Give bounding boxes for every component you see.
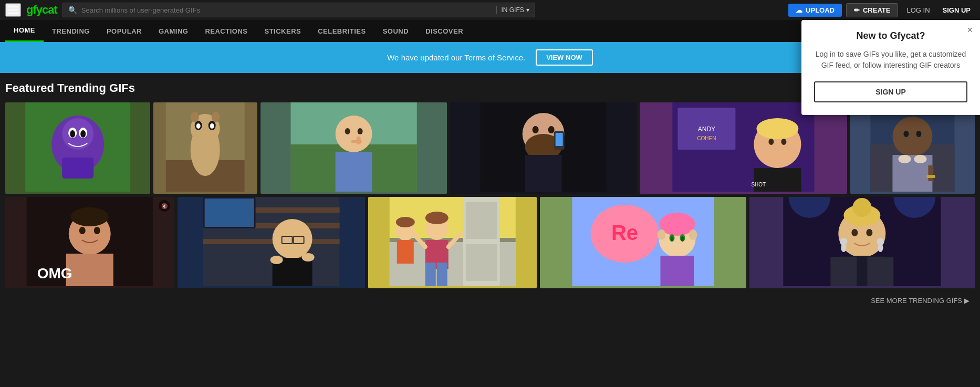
- gif-row-2: 🔇 OMG: [5, 197, 975, 288]
- svg-point-91: [425, 212, 449, 224]
- svg-rect-41: [754, 168, 801, 192]
- svg-point-119: [878, 244, 883, 252]
- search-filter-dropdown[interactable]: IN GIFS ▾: [496, 6, 529, 14]
- upload-button[interactable]: ☁ UPLOAD: [788, 4, 842, 17]
- svg-point-51: [914, 155, 927, 163]
- svg-point-80: [301, 253, 314, 262]
- svg-rect-34: [556, 133, 563, 146]
- popup-description: Log in to save GIFs you like, get a cust…: [814, 49, 967, 71]
- svg-text:OMG: OMG: [37, 265, 72, 281]
- svg-point-42: [757, 118, 799, 139]
- gif-item-10[interactable]: Re: [540, 197, 746, 288]
- svg-text:Re: Re: [611, 221, 638, 244]
- gif-item-1[interactable]: [5, 102, 150, 194]
- gif-item-4[interactable]: [450, 102, 637, 194]
- hamburger-button[interactable]: [5, 3, 21, 17]
- svg-point-31: [533, 126, 539, 133]
- create-label: CREATE: [863, 6, 890, 14]
- svg-rect-85: [466, 202, 497, 239]
- svg-point-104: [689, 229, 697, 240]
- gif-item-2[interactable]: [153, 102, 257, 194]
- gif-item-8[interactable]: [178, 197, 365, 288]
- svg-text:ANDY: ANDY: [698, 125, 715, 133]
- search-filter-label: IN GIFS: [501, 6, 524, 14]
- nav-right: ☁ UPLOAD ✏ CREATE LOG IN SIGN UP: [788, 3, 975, 17]
- svg-point-123: [867, 229, 873, 236]
- see-more-link[interactable]: SEE MORE TRENDING GIFS ▶: [5, 291, 975, 308]
- signup-popup: × New to Gfycat? Log in to save GIFs you…: [801, 20, 980, 115]
- svg-point-122: [852, 229, 858, 236]
- svg-point-23: [345, 128, 350, 134]
- nav-item-home[interactable]: HOME: [5, 20, 44, 42]
- search-input[interactable]: [81, 6, 493, 14]
- svg-rect-55: [927, 175, 935, 178]
- svg-rect-73: [204, 198, 254, 227]
- nav-item-discover[interactable]: DISCOVER: [417, 20, 472, 42]
- view-now-button[interactable]: VIEW NOW: [536, 49, 593, 66]
- nav-item-stickers[interactable]: STICKERS: [256, 20, 309, 42]
- svg-text:COHEN: COHEN: [697, 135, 716, 141]
- see-more-label: SEE MORE TRENDING GIFS: [871, 297, 962, 305]
- gif-item-6[interactable]: [850, 102, 975, 194]
- gif-item-3[interactable]: [260, 102, 447, 194]
- popup-title: New to Gfycat?: [814, 30, 967, 41]
- gif-row-1: ANDY COHEN SHOT: [5, 102, 975, 194]
- gif-item-9[interactable]: [368, 197, 537, 288]
- create-button[interactable]: ✏ CREATE: [846, 3, 898, 17]
- top-nav: gfycat 🔍 IN GIFS ▾ ☁ UPLOAD ✏ CREATE LOG…: [0, 0, 980, 20]
- nav-item-celebrities[interactable]: CELEBRITIES: [309, 20, 374, 42]
- svg-point-115: [853, 198, 872, 217]
- svg-point-15: [210, 123, 214, 129]
- nav-item-sound[interactable]: SOUND: [374, 20, 417, 42]
- search-icon: 🔍: [68, 6, 77, 14]
- svg-point-61: [71, 207, 109, 226]
- search-bar: 🔍 IN GIFS ▾: [62, 3, 535, 17]
- nav-item-popular[interactable]: POPULAR: [98, 20, 150, 42]
- chevron-down-icon: ▾: [526, 6, 529, 14]
- create-icon: ✏: [854, 6, 860, 14]
- svg-point-21: [335, 116, 372, 152]
- svg-rect-67: [203, 239, 339, 244]
- svg-point-16: [191, 112, 199, 122]
- mute-icon[interactable]: 🔇: [159, 200, 170, 212]
- nav-item-trending[interactable]: TRENDING: [44, 20, 98, 42]
- nav-item-gaming[interactable]: GAMING: [150, 20, 196, 42]
- gif-item-11[interactable]: [749, 197, 975, 288]
- svg-point-103: [658, 229, 666, 240]
- signup-button[interactable]: SIGN UP: [939, 4, 975, 16]
- svg-point-53: [916, 131, 922, 137]
- svg-point-43: [769, 139, 774, 145]
- svg-point-59: [79, 227, 86, 234]
- arrow-right-icon: ▶: [964, 297, 969, 305]
- svg-point-24: [357, 128, 362, 134]
- svg-rect-58: [66, 254, 113, 286]
- svg-rect-120: [831, 257, 857, 286]
- svg-rect-26: [356, 137, 360, 144]
- svg-point-107: [671, 236, 674, 242]
- svg-rect-86: [466, 244, 497, 281]
- login-button[interactable]: LOG IN: [902, 4, 934, 16]
- upload-icon: ☁: [796, 6, 802, 14]
- svg-rect-90: [437, 263, 447, 286]
- logo[interactable]: gfycat: [26, 3, 57, 17]
- svg-point-108: [681, 236, 684, 242]
- popup-signup-button[interactable]: SIGN UP: [814, 81, 967, 102]
- gif-item-7[interactable]: 🔇 OMG: [5, 197, 174, 288]
- svg-point-117: [841, 244, 847, 252]
- svg-point-96: [396, 217, 415, 227]
- svg-point-6: [70, 130, 75, 138]
- svg-point-60: [94, 227, 100, 234]
- svg-rect-22: [335, 152, 372, 192]
- gif-item-5[interactable]: ANDY COHEN SHOT: [640, 102, 847, 194]
- svg-rect-49: [893, 155, 933, 192]
- svg-point-2: [62, 118, 93, 150]
- popup-close-button[interactable]: ×: [967, 25, 973, 35]
- svg-point-50: [899, 155, 911, 163]
- svg-text:SHOT: SHOT: [752, 182, 766, 187]
- svg-rect-89: [425, 263, 436, 286]
- svg-point-17: [212, 112, 220, 122]
- svg-rect-54: [929, 165, 934, 181]
- nav-item-reactions[interactable]: REACTIONS: [196, 20, 256, 42]
- banner-text: We have updated our Terms of Service.: [387, 53, 525, 62]
- svg-point-7: [80, 130, 86, 138]
